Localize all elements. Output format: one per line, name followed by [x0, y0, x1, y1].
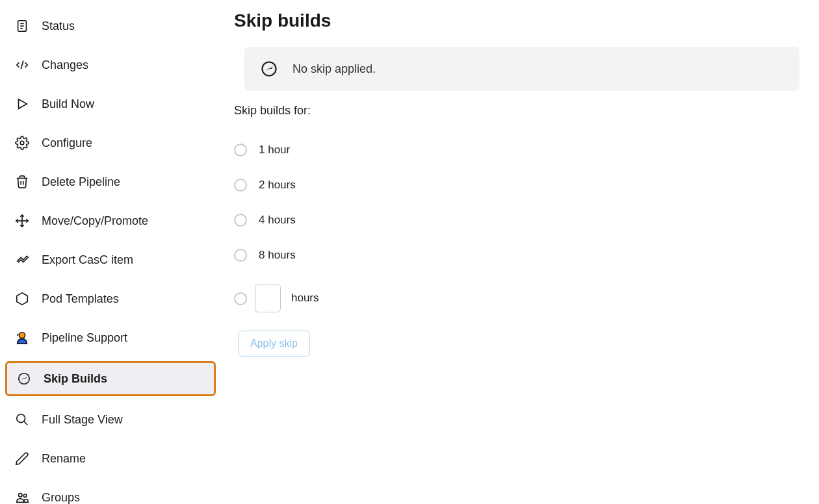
sidebar-item-move-copy-promote[interactable]: Move/Copy/Promote — [5, 205, 216, 236]
svg-line-12 — [24, 422, 28, 425]
sidebar-item-delete-pipeline[interactable]: Delete Pipeline — [5, 166, 216, 197]
sidebar-item-label: Pod Templates — [42, 292, 119, 306]
sidebar-item-label: Rename — [42, 452, 86, 466]
hexagon-icon — [14, 291, 30, 307]
sidebar-item-label: Skip Builds — [44, 372, 107, 386]
trash-icon — [14, 174, 30, 190]
sidebar: Status Changes Build Now Configure Delet… — [0, 0, 221, 504]
page-title: Skip builds — [234, 10, 800, 31]
radio-option-custom[interactable]: hours — [234, 284, 800, 312]
pencil-icon — [14, 451, 30, 466]
svg-point-11 — [17, 414, 25, 423]
svg-point-6 — [20, 141, 24, 145]
sidebar-item-skip-builds[interactable]: Skip Builds — [5, 361, 216, 396]
code-icon — [14, 57, 30, 73]
radio-option-8-hours[interactable]: 8 hours — [234, 249, 800, 262]
radio-option-1-hour[interactable]: 1 hour — [234, 144, 800, 157]
skip-icon — [260, 60, 278, 78]
radio-input[interactable] — [234, 292, 247, 305]
svg-line-4 — [21, 61, 23, 69]
radio-label: 2 hours — [259, 179, 296, 192]
info-banner-text: No skip applied. — [292, 62, 376, 76]
groups-icon — [14, 490, 30, 504]
sidebar-item-label: Export CasC item — [42, 253, 133, 267]
svg-marker-5 — [19, 99, 27, 109]
sidebar-item-status[interactable]: Status — [5, 10, 216, 42]
export-icon — [14, 252, 30, 268]
sidebar-item-label: Move/Copy/Promote — [42, 214, 148, 228]
search-icon — [14, 412, 30, 427]
sidebar-item-export-casc[interactable]: Export CasC item — [5, 244, 216, 275]
main-content: Skip builds No skip applied. Skip builds… — [221, 0, 819, 504]
apply-skip-button[interactable]: Apply skip — [238, 331, 310, 357]
radio-input[interactable] — [234, 144, 247, 157]
sidebar-item-groups[interactable]: Groups — [5, 482, 216, 504]
skip-icon — [16, 371, 32, 386]
radio-option-4-hours[interactable]: 4 hours — [234, 214, 800, 227]
clipboard-icon — [14, 18, 30, 34]
radio-label: 4 hours — [259, 214, 296, 227]
sidebar-item-label: Full Stage View — [42, 413, 123, 427]
section-label: Skip builds for: — [234, 104, 800, 118]
svg-point-13 — [19, 494, 23, 498]
sidebar-item-label: Delete Pipeline — [42, 175, 120, 189]
radio-group: 1 hour 2 hours 4 hours 8 hours hours App… — [234, 144, 800, 357]
sidebar-item-label: Configure — [42, 136, 92, 150]
sidebar-item-full-stage-view[interactable]: Full Stage View — [5, 404, 216, 435]
sidebar-item-configure[interactable]: Configure — [5, 127, 216, 158]
sidebar-item-label: Status — [42, 19, 75, 33]
play-icon — [14, 96, 30, 112]
gear-icon — [14, 135, 30, 151]
radio-label: 8 hours — [259, 249, 296, 262]
svg-point-9 — [19, 333, 25, 338]
custom-hours-suffix: hours — [291, 292, 319, 305]
info-banner: No skip applied. — [244, 47, 800, 91]
radio-option-2-hours[interactable]: 2 hours — [234, 179, 800, 192]
sidebar-item-label: Build Now — [42, 97, 94, 111]
radio-input[interactable] — [234, 179, 247, 192]
sidebar-item-build-now[interactable]: Build Now — [5, 88, 216, 120]
sidebar-item-pod-templates[interactable]: Pod Templates — [5, 283, 216, 314]
radio-input[interactable] — [234, 249, 247, 262]
sidebar-item-label: Changes — [42, 58, 88, 72]
move-icon — [14, 213, 30, 229]
radio-input[interactable] — [234, 214, 247, 227]
sidebar-item-label: Groups — [42, 491, 80, 505]
custom-hours-input[interactable] — [255, 284, 281, 312]
sidebar-item-label: Pipeline Support — [42, 331, 127, 345]
radio-label: 1 hour — [259, 144, 290, 157]
sidebar-item-pipeline-support[interactable]: Pipeline Support — [5, 322, 216, 353]
support-icon — [14, 330, 30, 346]
sidebar-item-rename[interactable]: Rename — [5, 443, 216, 474]
sidebar-item-changes[interactable]: Changes — [5, 49, 216, 81]
svg-point-14 — [23, 494, 27, 498]
